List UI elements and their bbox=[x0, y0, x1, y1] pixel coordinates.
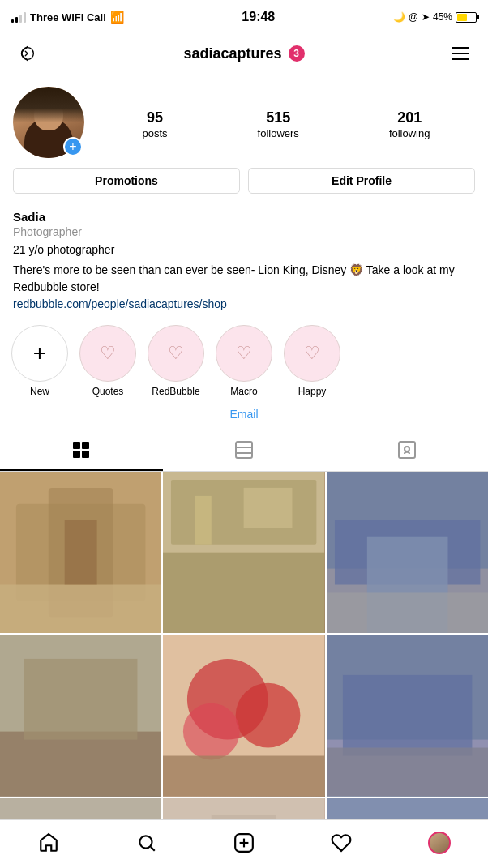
heart-icon: ♡ bbox=[236, 343, 252, 364]
followers-label: followers bbox=[258, 127, 299, 139]
following-stat[interactable]: 201 following bbox=[389, 109, 430, 139]
nav-bar: sadiacaptures 3 bbox=[0, 32, 488, 75]
highlight-label-quotes: Quotes bbox=[92, 386, 124, 397]
bottom-nav bbox=[0, 819, 488, 868]
photo-cell-3[interactable] bbox=[327, 472, 488, 633]
heart-icon: ♡ bbox=[168, 343, 184, 364]
svg-rect-5 bbox=[236, 442, 252, 458]
heart-icon: ♡ bbox=[304, 343, 320, 364]
highlight-label-redbubble: RedBubble bbox=[152, 386, 199, 397]
feed-icon bbox=[234, 440, 254, 460]
nav-title: sadiacaptures 3 bbox=[183, 45, 304, 62]
svg-point-31 bbox=[183, 703, 240, 760]
search-icon bbox=[136, 832, 157, 853]
highlight-circle-new: + bbox=[11, 325, 68, 382]
svg-point-45 bbox=[139, 836, 152, 848]
profile-occupation: Photographer bbox=[13, 225, 475, 238]
status-right: 🌙 @ ➤ 45% bbox=[393, 11, 477, 23]
tab-grid[interactable] bbox=[0, 430, 163, 471]
photo-cell-4[interactable] bbox=[0, 635, 161, 796]
highlight-new[interactable]: + New bbox=[11, 325, 68, 397]
highlight-label-new: New bbox=[30, 386, 49, 397]
menu-button[interactable] bbox=[446, 39, 475, 68]
photo-grid bbox=[0, 472, 488, 868]
nav-add-button[interactable] bbox=[224, 827, 264, 858]
posts-count: 95 bbox=[147, 109, 163, 126]
svg-point-30 bbox=[236, 683, 301, 748]
battery-label: 45% bbox=[433, 11, 452, 23]
photo-cell-2[interactable] bbox=[163, 472, 324, 633]
highlight-label-happy: Happy bbox=[298, 386, 327, 397]
photo-cell-1[interactable] bbox=[0, 472, 161, 633]
svg-rect-13 bbox=[0, 585, 161, 634]
svg-rect-35 bbox=[343, 675, 472, 756]
posts-stat[interactable]: 95 posts bbox=[143, 109, 168, 139]
at-icon: @ bbox=[409, 11, 418, 23]
highlight-redbubble[interactable]: ♡ RedBubble bbox=[148, 325, 204, 397]
followers-count: 515 bbox=[266, 109, 290, 126]
bio-link[interactable]: redbubble.com/people/sadiacaptures/shop bbox=[13, 297, 475, 310]
followers-stat[interactable]: 515 followers bbox=[258, 109, 299, 139]
menu-line bbox=[452, 47, 469, 49]
svg-rect-4 bbox=[82, 451, 89, 458]
svg-rect-36 bbox=[327, 748, 488, 797]
svg-rect-18 bbox=[195, 496, 212, 545]
carrier-label: Three WiFi Call bbox=[30, 11, 106, 24]
svg-rect-24 bbox=[327, 592, 488, 633]
moon-icon: 🌙 bbox=[393, 11, 405, 23]
add-icon bbox=[233, 832, 255, 853]
heart-icon: ♡ bbox=[100, 343, 116, 364]
promotions-button[interactable]: Promotions bbox=[13, 168, 240, 194]
nav-home-button[interactable] bbox=[28, 827, 69, 858]
svg-rect-19 bbox=[244, 488, 293, 528]
tab-tagged[interactable] bbox=[325, 430, 488, 471]
time-label: 19:48 bbox=[242, 10, 275, 24]
svg-rect-14 bbox=[65, 520, 97, 585]
svg-rect-2 bbox=[82, 442, 89, 449]
bio-section: Sadia Photographer 21 y/o photographer T… bbox=[0, 202, 488, 317]
menu-line bbox=[452, 53, 469, 54]
nav-activity-button[interactable] bbox=[321, 827, 362, 858]
svg-rect-27 bbox=[24, 659, 138, 740]
email-link[interactable]: Email bbox=[229, 408, 258, 421]
following-label: following bbox=[389, 127, 430, 139]
nav-search-button[interactable] bbox=[126, 827, 167, 858]
add-story-button[interactable]: + bbox=[63, 137, 83, 156]
status-left: Three WiFi Call 📶 bbox=[11, 11, 124, 24]
profile-top: + 95 posts 515 followers 201 following bbox=[13, 87, 475, 158]
wifi-icon: 📶 bbox=[110, 11, 124, 24]
svg-point-9 bbox=[405, 447, 409, 451]
back-button[interactable] bbox=[13, 39, 42, 68]
profile-stats: 95 posts 515 followers 201 following bbox=[97, 106, 475, 139]
posts-label: posts bbox=[143, 127, 168, 139]
home-icon bbox=[38, 832, 59, 853]
action-buttons: Promotions Edit Profile bbox=[13, 168, 475, 194]
highlight-macro[interactable]: ♡ Macro bbox=[216, 325, 272, 397]
email-section: Email bbox=[0, 404, 488, 430]
location-icon: ➤ bbox=[422, 11, 430, 23]
photo-cell-5[interactable] bbox=[163, 635, 324, 796]
highlight-circle-quotes: ♡ bbox=[79, 325, 136, 382]
battery-icon bbox=[456, 12, 477, 23]
highlight-circle-macro: ♡ bbox=[216, 325, 272, 382]
svg-rect-3 bbox=[73, 451, 80, 458]
nav-profile-button[interactable] bbox=[419, 827, 460, 858]
battery-fill bbox=[457, 14, 467, 21]
svg-rect-8 bbox=[399, 442, 415, 458]
svg-rect-17 bbox=[163, 553, 324, 634]
tab-feed[interactable] bbox=[163, 430, 326, 471]
plus-icon: + bbox=[33, 342, 46, 365]
tab-bar bbox=[0, 430, 488, 472]
highlight-circle-happy: ♡ bbox=[284, 325, 340, 382]
avatar-wrap: + bbox=[13, 87, 84, 158]
tagged-icon bbox=[397, 440, 417, 460]
highlight-circle-redbubble: ♡ bbox=[148, 325, 204, 382]
highlight-quotes[interactable]: ♡ Quotes bbox=[79, 325, 136, 397]
edit-profile-button[interactable]: Edit Profile bbox=[248, 168, 475, 194]
svg-rect-1 bbox=[73, 442, 80, 449]
profile-section: + 95 posts 515 followers 201 following P… bbox=[0, 75, 488, 202]
profile-name: Sadia bbox=[13, 210, 475, 224]
notification-badge[interactable]: 3 bbox=[289, 45, 305, 62]
highlight-happy[interactable]: ♡ Happy bbox=[284, 325, 340, 397]
photo-cell-6[interactable] bbox=[327, 635, 488, 796]
